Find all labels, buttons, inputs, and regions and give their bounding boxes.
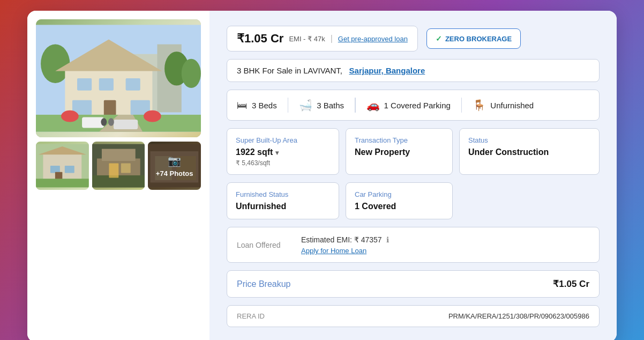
property-title-prefix: 3 BHK For Sale in LAVIVANT, bbox=[237, 66, 342, 75]
svg-rect-26 bbox=[65, 166, 74, 173]
zero-brokerage-label: ZERO BROKERAGE bbox=[445, 35, 512, 43]
property-price: ₹1.05 Cr bbox=[237, 32, 283, 46]
check-icon: ✓ bbox=[436, 34, 442, 43]
property-title-box: 3 BHK For Sale in LAVIVANT, Sarjapur, Ba… bbox=[227, 59, 600, 82]
furnished-feature-label: Unfurnished bbox=[490, 101, 534, 110]
transaction-value: New Property bbox=[355, 147, 444, 157]
info-grid-1: Super Built-Up Area 1922 sqft ▾ ₹ 5,463/… bbox=[227, 128, 600, 175]
thumbnail-1[interactable] bbox=[36, 142, 89, 190]
svg-point-18 bbox=[61, 110, 79, 122]
price-breakup-box[interactable]: Price Breakup ₹1.05 Cr bbox=[227, 270, 600, 298]
parking-icon: 🚗 bbox=[366, 99, 380, 112]
apply-loan-link[interactable]: Apply for Home Loan bbox=[301, 247, 589, 255]
loan-box: Loan Offered Estimated EMI: ₹ 47357 ℹ Ap… bbox=[227, 227, 600, 263]
baths-feature: 🛁 3 Baths bbox=[288, 99, 355, 112]
image-panel: 📷 +74 Photos bbox=[27, 11, 209, 340]
svg-point-19 bbox=[144, 110, 161, 122]
loan-label: Loan Offered bbox=[237, 241, 301, 249]
furnished-feature: 🪑 Unfurnished bbox=[462, 99, 544, 112]
svg-rect-25 bbox=[50, 166, 60, 173]
rera-value: PRM/KA/RERA/1251/308/PR/090623/005986 bbox=[448, 312, 589, 320]
svg-rect-9 bbox=[99, 78, 114, 91]
svg-rect-35 bbox=[121, 164, 130, 173]
transaction-box: Transaction Type New Property bbox=[346, 128, 453, 175]
emi-text: EMI - ₹ 47k bbox=[289, 35, 325, 43]
thumbnail-3[interactable]: 📷 +74 Photos bbox=[148, 142, 201, 190]
svg-point-5 bbox=[182, 59, 201, 88]
parking-label: 1 Covered Parking bbox=[384, 101, 451, 110]
transaction-label: Transaction Type bbox=[355, 136, 444, 144]
furnished-status-box: Furnished Status Unfurnished bbox=[227, 182, 339, 219]
parking-feature: 🚗 1 Covered Parking bbox=[356, 99, 461, 112]
price-row: ₹1.05 Cr EMI - ₹ 47k | Get pre-approved … bbox=[227, 26, 600, 51]
rera-label: RERA ID bbox=[237, 312, 265, 320]
property-location-link[interactable]: Sarjapur, Bangalore bbox=[349, 66, 425, 75]
price-breakup-label: Price Breakup bbox=[237, 279, 291, 289]
area-value: 1922 sqft ▾ bbox=[236, 147, 330, 157]
svg-rect-10 bbox=[126, 78, 140, 91]
status-label: Status bbox=[468, 136, 590, 144]
bath-icon: 🛁 bbox=[299, 99, 312, 112]
photos-overlay[interactable]: 📷 +74 Photos bbox=[148, 142, 201, 190]
main-property-image[interactable] bbox=[36, 19, 201, 137]
photos-count: +74 Photos bbox=[156, 169, 193, 178]
info-grid-2: Furnished Status Unfurnished Car Parking… bbox=[227, 182, 600, 219]
bed-icon: 🛏 bbox=[237, 99, 248, 112]
details-panel: ₹1.05 Cr EMI - ₹ 47k | Get pre-approved … bbox=[209, 11, 617, 340]
thumbnail-row: 📷 +74 Photos bbox=[36, 142, 201, 190]
loan-details: Estimated EMI: ₹ 47357 ℹ Apply for Home … bbox=[301, 235, 589, 255]
pre-approved-loan-link[interactable]: Get pre-approved loan bbox=[338, 35, 408, 43]
price-box: ₹1.05 Cr EMI - ₹ 47k | Get pre-approved … bbox=[227, 26, 418, 51]
svg-point-21 bbox=[108, 118, 114, 125]
price-breakup-value: ₹1.05 Cr bbox=[553, 278, 589, 290]
svg-rect-17 bbox=[82, 117, 104, 128]
car-parking-value: 1 Covered bbox=[355, 202, 444, 211]
beds-feature: 🛏 3 Beds bbox=[237, 99, 288, 112]
baths-label: 3 Baths bbox=[317, 101, 344, 110]
svg-rect-32 bbox=[102, 149, 136, 161]
camera-icon: 📷 bbox=[168, 154, 181, 167]
rera-box: RERA ID PRM/KA/RERA/1251/308/PR/090623/0… bbox=[227, 305, 600, 327]
car-parking-box: Car Parking 1 Covered bbox=[346, 182, 453, 219]
features-row: 🛏 3 Beds 🛁 3 Baths 🚗 1 Covered Parking 🪑… bbox=[227, 90, 600, 121]
status-value: Under Construction bbox=[468, 147, 590, 157]
furnished-status-label: Furnished Status bbox=[236, 190, 330, 198]
thumbnail-2[interactable] bbox=[92, 142, 145, 190]
furnished-icon: 🪑 bbox=[473, 99, 486, 112]
svg-point-20 bbox=[101, 118, 107, 125]
svg-rect-28 bbox=[36, 179, 89, 187]
status-box: Status Under Construction bbox=[459, 128, 600, 175]
zero-brokerage-badge: ✓ ZERO BROKERAGE bbox=[426, 28, 521, 49]
furnished-status-value: Unfurnished bbox=[236, 202, 330, 211]
beds-label: 3 Beds bbox=[252, 101, 277, 110]
area-dropdown-icon[interactable]: ▾ bbox=[275, 149, 279, 157]
loan-emi: Estimated EMI: ₹ 47357 ℹ bbox=[301, 235, 389, 244]
svg-rect-16 bbox=[114, 120, 138, 129]
area-per-sqft: ₹ 5,463/sqft bbox=[236, 159, 330, 167]
car-parking-label: Car Parking bbox=[355, 190, 444, 198]
svg-rect-34 bbox=[109, 164, 118, 178]
property-card: 📷 +74 Photos ₹1.05 Cr EMI - ₹ 47k | Get … bbox=[27, 11, 617, 340]
info-icon: ℹ bbox=[386, 235, 389, 244]
svg-rect-8 bbox=[77, 78, 92, 91]
area-box: Super Built-Up Area 1922 sqft ▾ ₹ 5,463/… bbox=[227, 128, 339, 175]
area-label: Super Built-Up Area bbox=[236, 136, 330, 144]
